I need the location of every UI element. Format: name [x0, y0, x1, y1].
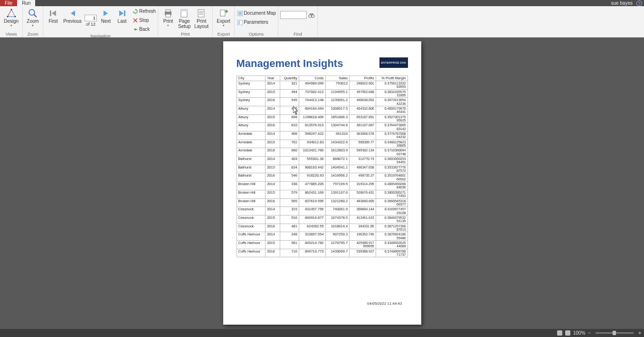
cell: 634	[280, 165, 299, 173]
report-viewer[interactable]: ENTERPRISE DNA Management Insights CityY…	[0, 37, 644, 329]
cell: 1404541.1	[325, 165, 350, 173]
group-print-label: Print	[160, 31, 210, 37]
page-number: of 12	[84, 7, 98, 33]
cell: 934012.83	[299, 140, 325, 148]
cell: 0.366054531809377	[376, 198, 407, 207]
group-zoom-label: Zoom	[25, 31, 41, 37]
design-button[interactable]: Design ▾	[2, 7, 20, 28]
zoom-label: Zoom	[27, 19, 39, 24]
tab-file[interactable]: File	[0, 0, 17, 6]
find-button[interactable]	[308, 11, 315, 19]
col-1: Year	[265, 76, 280, 81]
zoom-slider[interactable]	[596, 332, 634, 334]
print-button[interactable]: Print ▾	[160, 7, 176, 30]
previous-page-button[interactable]: Previous	[61, 7, 84, 33]
cell: 2015	[265, 190, 280, 198]
cell: 660	[280, 148, 299, 157]
zoom-button[interactable]: Zoom ▾	[25, 7, 41, 28]
group-zoom: Zoom ▾ Zoom	[23, 6, 43, 37]
next-label: Next	[101, 19, 111, 24]
table-row: Coffs Harbour2015581845214.7821270795.74…	[237, 240, 407, 249]
cell: 2016	[265, 173, 280, 182]
cell: 1235051.2	[325, 98, 350, 106]
cell: 1304744.6	[325, 123, 350, 131]
export-icon	[219, 9, 228, 18]
cell: Sydney	[237, 89, 265, 98]
cell: Broken Hill	[237, 198, 265, 207]
first-label: First	[48, 19, 57, 24]
cell: 0.334893262544089	[376, 240, 407, 249]
cell: 457952.688	[350, 89, 376, 98]
cell: 793012	[325, 81, 350, 89]
cell: 610	[280, 123, 299, 131]
svg-rect-18	[220, 10, 225, 16]
view-mode-icon-2[interactable]	[565, 330, 570, 336]
first-icon	[48, 9, 58, 18]
export-button[interactable]: Export ▾	[215, 7, 232, 28]
cell: Cessnock	[237, 224, 265, 232]
cell: 0.351976480166562	[376, 173, 407, 182]
table-row: Bathurst2016546918220.931416956.2498735.…	[237, 173, 407, 182]
cell: 546	[280, 173, 299, 182]
table-row: Cessnock2014315431457.756740061.9308604.…	[237, 207, 407, 215]
svg-rect-23	[237, 20, 243, 25]
cell: Coffs Harbour	[237, 232, 265, 241]
cell: 0.371639009402748	[376, 148, 407, 157]
table-row: Sydney2015494737002.4121194955.1457952.6…	[237, 89, 407, 98]
design-icon	[7, 9, 16, 18]
group-options-label: Options	[237, 31, 276, 37]
zoom-out-button[interactable]: −	[588, 330, 591, 336]
print-layout-button[interactable]: Print Layout	[192, 7, 210, 30]
tab-run[interactable]: Run	[17, 0, 35, 6]
document-map-button[interactable]: Document Map	[237, 9, 276, 17]
back-button[interactable]: Back	[133, 25, 156, 33]
page-number-input[interactable]	[85, 15, 97, 21]
view-mode-icon-1[interactable]	[557, 330, 562, 336]
help-icon[interactable]: ?	[636, 0, 642, 6]
stop-button[interactable]: Stop	[133, 16, 156, 24]
page-total: of 12	[86, 22, 95, 27]
cell: 491167.687	[350, 123, 376, 131]
cell: 2014	[265, 106, 280, 114]
next-page-button[interactable]: Next	[98, 7, 114, 33]
document-map-icon	[237, 11, 242, 15]
table-row: Broken Hill2014338477885.205797199.53193…	[237, 182, 407, 190]
cell: Broken Hill	[237, 182, 265, 190]
cell: 481	[280, 224, 299, 232]
first-page-button[interactable]: First	[45, 7, 61, 33]
cell: 908193.442	[299, 165, 325, 173]
refresh-button[interactable]: Refresh	[133, 7, 156, 15]
cell: 1008517.5	[325, 106, 350, 114]
cell: Armidale	[237, 131, 265, 140]
cell: 196352.746	[350, 232, 376, 241]
col-0: City	[237, 76, 265, 81]
back-icon	[133, 27, 137, 31]
cell: 2016	[265, 98, 280, 106]
zoom-slider-thumb[interactable]	[613, 331, 616, 335]
page-setup-button[interactable]: Page Setup	[176, 7, 192, 30]
page-setup-label2: Setup	[178, 24, 190, 29]
last-page-button[interactable]: Last	[114, 7, 130, 33]
cell: 0.400917997045341	[376, 106, 407, 114]
parameters-label: Parameters	[244, 19, 268, 25]
group-options: Document Map Parameters Options	[235, 6, 278, 37]
cell: 413461.623	[350, 215, 376, 224]
cell: 1851806.3	[325, 114, 350, 123]
cell: 2016	[265, 198, 280, 207]
zoom-in-button[interactable]: +	[638, 330, 641, 336]
page-setup-icon	[180, 9, 189, 18]
cell: 837619.595	[299, 198, 325, 207]
chevron-down-icon: ▾	[167, 24, 169, 28]
cell: 321	[280, 81, 299, 89]
find-input[interactable]	[280, 11, 307, 19]
cell: 528676.431	[350, 190, 376, 198]
table-row: Sydney2014321494989.099793012298022.9010…	[237, 81, 407, 89]
cell: 698	[280, 114, 299, 123]
cell: 516	[280, 215, 299, 224]
svg-rect-6	[124, 10, 125, 16]
parameters-button[interactable]: Parameters	[237, 18, 276, 26]
design-label: Design	[4, 19, 19, 24]
cell: 496347.658	[350, 165, 376, 173]
print-layout-label1: Print	[197, 19, 207, 24]
group-print: Print ▾ Page Setup Print Layout Print	[158, 6, 213, 37]
